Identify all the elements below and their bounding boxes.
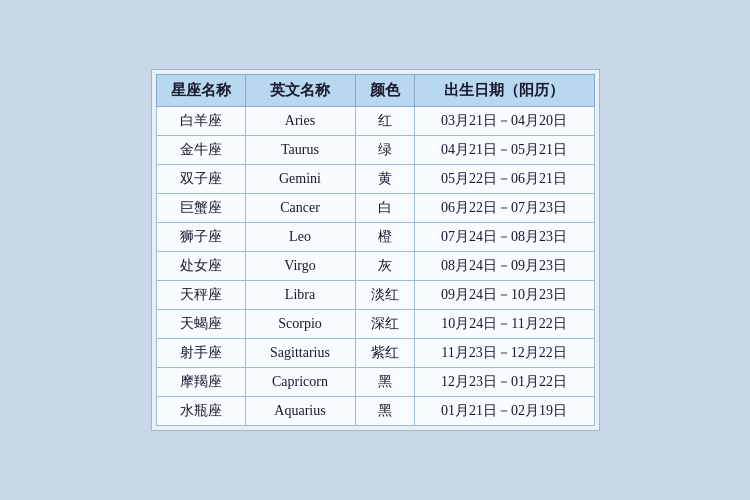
- cell-chinese: 巨蟹座: [156, 194, 245, 223]
- cell-color: 橙: [355, 223, 414, 252]
- table-row: 白羊座Aries红03月21日－04月20日: [156, 107, 594, 136]
- cell-color: 绿: [355, 136, 414, 165]
- zodiac-table: 星座名称 英文名称 颜色 出生日期（阳历） 白羊座Aries红03月21日－04…: [156, 74, 595, 426]
- cell-color: 紫红: [355, 339, 414, 368]
- cell-color: 红: [355, 107, 414, 136]
- cell-date: 01月21日－02月19日: [414, 397, 594, 426]
- cell-color: 深红: [355, 310, 414, 339]
- cell-english: Sagittarius: [245, 339, 355, 368]
- cell-date: 11月23日－12月22日: [414, 339, 594, 368]
- cell-english: Gemini: [245, 165, 355, 194]
- header-color: 颜色: [355, 75, 414, 107]
- cell-english: Aries: [245, 107, 355, 136]
- cell-date: 03月21日－04月20日: [414, 107, 594, 136]
- cell-color: 黑: [355, 368, 414, 397]
- cell-english: Capricorn: [245, 368, 355, 397]
- cell-english: Libra: [245, 281, 355, 310]
- zodiac-table-container: 星座名称 英文名称 颜色 出生日期（阳历） 白羊座Aries红03月21日－04…: [151, 69, 600, 431]
- cell-english: Cancer: [245, 194, 355, 223]
- cell-date: 10月24日－11月22日: [414, 310, 594, 339]
- cell-chinese: 处女座: [156, 252, 245, 281]
- table-row: 狮子座Leo橙07月24日－08月23日: [156, 223, 594, 252]
- table-row: 双子座Gemini黄05月22日－06月21日: [156, 165, 594, 194]
- cell-color: 黑: [355, 397, 414, 426]
- cell-color: 白: [355, 194, 414, 223]
- cell-chinese: 金牛座: [156, 136, 245, 165]
- table-row: 射手座Sagittarius紫红11月23日－12月22日: [156, 339, 594, 368]
- table-row: 金牛座Taurus绿04月21日－05月21日: [156, 136, 594, 165]
- table-row: 天蝎座Scorpio深红10月24日－11月22日: [156, 310, 594, 339]
- cell-english: Scorpio: [245, 310, 355, 339]
- table-row: 巨蟹座Cancer白06月22日－07月23日: [156, 194, 594, 223]
- cell-chinese: 双子座: [156, 165, 245, 194]
- table-header-row: 星座名称 英文名称 颜色 出生日期（阳历）: [156, 75, 594, 107]
- header-date: 出生日期（阳历）: [414, 75, 594, 107]
- cell-chinese: 天蝎座: [156, 310, 245, 339]
- cell-english: Leo: [245, 223, 355, 252]
- cell-date: 12月23日－01月22日: [414, 368, 594, 397]
- cell-chinese: 摩羯座: [156, 368, 245, 397]
- cell-english: Virgo: [245, 252, 355, 281]
- cell-english: Aquarius: [245, 397, 355, 426]
- cell-date: 05月22日－06月21日: [414, 165, 594, 194]
- table-row: 天秤座Libra淡红09月24日－10月23日: [156, 281, 594, 310]
- cell-color: 淡红: [355, 281, 414, 310]
- cell-chinese: 白羊座: [156, 107, 245, 136]
- cell-date: 06月22日－07月23日: [414, 194, 594, 223]
- header-english: 英文名称: [245, 75, 355, 107]
- header-chinese: 星座名称: [156, 75, 245, 107]
- table-row: 摩羯座Capricorn黑12月23日－01月22日: [156, 368, 594, 397]
- cell-chinese: 水瓶座: [156, 397, 245, 426]
- cell-chinese: 狮子座: [156, 223, 245, 252]
- cell-date: 07月24日－08月23日: [414, 223, 594, 252]
- cell-chinese: 射手座: [156, 339, 245, 368]
- cell-color: 黄: [355, 165, 414, 194]
- cell-english: Taurus: [245, 136, 355, 165]
- table-row: 处女座Virgo灰08月24日－09月23日: [156, 252, 594, 281]
- cell-date: 04月21日－05月21日: [414, 136, 594, 165]
- table-row: 水瓶座Aquarius黑01月21日－02月19日: [156, 397, 594, 426]
- cell-date: 08月24日－09月23日: [414, 252, 594, 281]
- cell-color: 灰: [355, 252, 414, 281]
- cell-chinese: 天秤座: [156, 281, 245, 310]
- cell-date: 09月24日－10月23日: [414, 281, 594, 310]
